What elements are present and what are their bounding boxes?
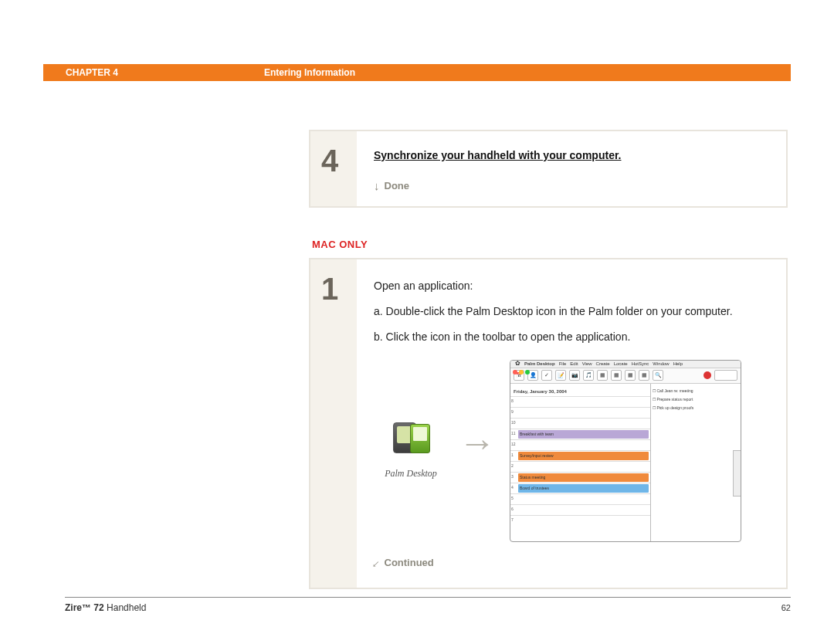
step-4-number: 4 [310,131,357,206]
task-item: ☐ Prepare status report [653,395,739,404]
step-1-number: 1 [310,259,357,588]
toolbar-button: ▦ [625,370,636,381]
apple-menu-icon: ✿ [515,360,520,370]
toolbar-button: 🔍 [653,370,663,381]
menu-item: File [559,360,567,368]
menubar: ✿ Palm Desktop File Edit View Create Loc… [510,361,741,368]
menu-item: HotSync [632,360,649,368]
calendar-slot: 8 [510,396,650,407]
palm-desktop-icon-block: Palm Desktop [374,419,448,483]
toolbar-button: 📷 [569,370,580,381]
user-selector [714,370,737,381]
toolbar: 📅 👤 ✓ 📝 📷 🎵 ▦ ▦ ▦ ▦ 🔍 [510,368,741,384]
calendar-slot: 5 [510,493,650,504]
diagonal-arrow-icon: ↓ [368,554,386,572]
chapter-title: Entering Information [264,67,355,78]
calendar-pane: Friday, January 30, 2004 891011Breakfast… [510,384,651,541]
step-1-box: 1 Open an application: a. Double-click t… [309,258,788,589]
step-1-item-a: a. Double-click the Palm Desktop icon in… [374,302,777,321]
menu-item: View [582,360,592,368]
down-arrow-icon: ↓ [374,179,380,192]
menu-item: Help [673,360,683,368]
sync-link[interactable]: Synchronize your handheld with your comp… [374,149,621,161]
calendar-slot: 10 [510,418,650,429]
toolbar-button: 📝 [555,370,566,381]
calendar-event: Survey/input review [518,452,649,460]
toolbar-button: 🎵 [583,370,594,381]
product-name: Zire™ 72 Handheld [65,602,146,613]
continued-indicator: ↓ Continued [374,553,777,574]
side-tabs [733,450,741,497]
date-label: Friday, January 30, 2004 [510,387,650,397]
page-number: 62 [781,603,791,612]
done-indicator: ↓ Done [374,179,771,192]
calendar-event: Status meeting [518,473,649,482]
toolbar-button: ✓ [541,370,552,381]
app-name: Palm Desktop [524,360,555,368]
calendar-slot: 1Survey/input review [510,450,650,461]
menu-item: Window [653,360,669,368]
palm-desktop-caption: Palm Desktop [374,466,448,483]
step-1-item-b: b. Click the icon in the toolbar to open… [374,327,777,347]
calendar-slot: 2 [510,461,650,472]
page-footer: Zire™ 72 Handheld 62 [65,597,791,613]
chapter-label: CHAPTER 4 [66,67,118,78]
palm-desktop-icon [390,419,432,461]
mac-only-label: MAC ONLY [312,239,368,250]
toolbar-button: ▦ [597,370,608,381]
done-label: Done [385,180,410,192]
calendar-slot: 12 [510,439,650,450]
palm-desktop-screenshot: ✿ Palm Desktop File Edit View Create Loc… [510,360,741,542]
calendar-event: Board of trustees [518,484,649,493]
calendar-slot: 11Breakfast with team [510,429,650,439]
toolbar-button: ▦ [611,370,622,381]
window-traffic-lights [513,370,530,375]
menu-item: Locate [614,360,628,368]
calendar-slot: 9 [510,407,650,418]
step-1-intro: Open an application: [374,276,777,296]
calendar-slot: 3Status meeting [510,472,650,483]
right-arrow-icon: → [459,410,496,476]
menu-item: Edit [570,360,578,368]
menu-item: Create [596,360,610,368]
task-item: ☐ Call Jean re: meeting [653,387,739,395]
continued-label: Continued [385,554,434,571]
step-4-box: 4 Synchronize your handheld with your co… [309,130,788,208]
chapter-header: CHAPTER 4 Entering Information [43,64,791,81]
task-item: ☐ Pick up design proofs [653,404,739,412]
calendar-slot: 7 [510,515,650,526]
toolbar-button: ▦ [639,370,649,381]
calendar-event: Breakfast with team [518,430,649,439]
screenshot-row: Palm Desktop → ✿ Palm Desktop File Edit … [374,360,777,542]
hotsync-icon [703,371,711,379]
calendar-slot: 4Board of trustees [510,483,650,493]
calendar-slot: 6 [510,504,650,515]
tasks-pane: ☐ Call Jean re: meeting☐ Prepare status … [651,384,741,541]
